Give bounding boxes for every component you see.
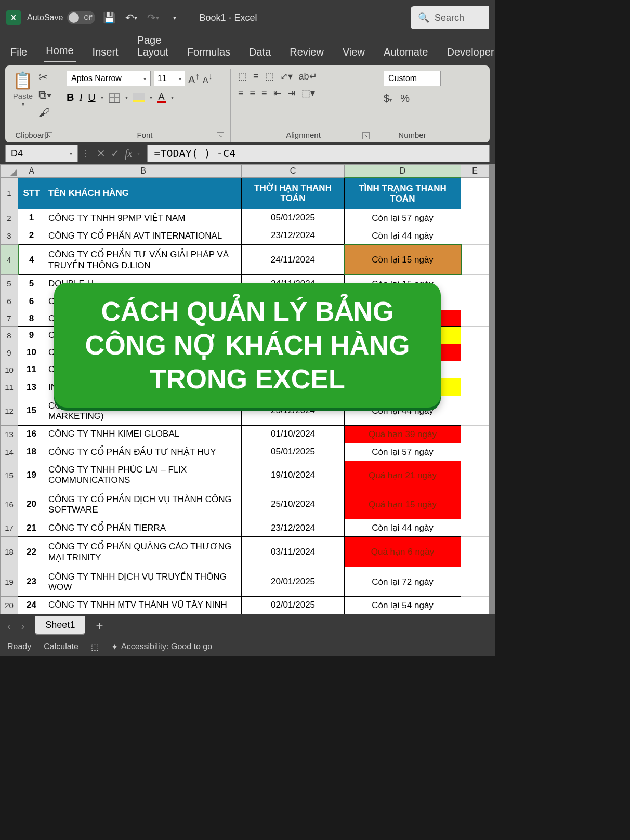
blank-cell[interactable] (461, 310, 489, 327)
cell-name[interactable]: CÔNG TY TNHH MTV THÀNH VŨ TÂY NINH (45, 596, 242, 614)
row-header[interactable]: 19 (1, 567, 18, 597)
cell-due[interactable]: 25/10/2024 (242, 490, 345, 519)
blank-cell[interactable] (461, 227, 489, 245)
row-header[interactable]: 13 (1, 425, 18, 443)
row-header[interactable]: 14 (1, 443, 18, 461)
blank-cell[interactable] (461, 461, 489, 490)
alignment-launcher-icon[interactable]: ↘ (362, 132, 370, 139)
cell-due[interactable]: 03/11/2024 (242, 537, 345, 567)
tab-formulas[interactable]: Formulas (185, 41, 232, 62)
cell-due[interactable]: 19/10/2024 (242, 461, 345, 490)
tab-automate[interactable]: Automate (382, 41, 430, 62)
blank-cell[interactable] (461, 396, 489, 426)
cut-icon[interactable]: ✂ (38, 71, 51, 84)
cell-stt[interactable]: 5 (18, 275, 45, 293)
row-header[interactable]: 1 (1, 178, 18, 209)
tab-data[interactable]: Data (247, 41, 273, 62)
font-color-button[interactable]: A (158, 92, 166, 103)
table-header-status[interactable]: TÌNH TRẠNG THANH TOÁN (345, 178, 461, 209)
select-all-corner[interactable] (1, 165, 18, 178)
wrap-text-icon[interactable]: ab↵ (299, 71, 317, 82)
cell-stt[interactable]: 2 (18, 227, 45, 245)
accounting-format-icon[interactable]: $▾ (384, 93, 392, 104)
cell-name[interactable]: CÔNG TY TNHH PHÚC LAI – FLIX COMMUNICATI… (45, 461, 242, 490)
tab-page-layout[interactable]: Page Layout (135, 29, 170, 62)
cell-stt[interactable]: 21 (18, 519, 45, 537)
align-center-icon[interactable]: ≡ (250, 88, 256, 99)
cell-due[interactable]: 05/01/2025 (242, 443, 345, 461)
cell-status[interactable]: Còn lại 44 ngày (345, 519, 461, 537)
row-header[interactable]: 16 (1, 490, 18, 519)
copy-icon[interactable]: ⧉▾ (38, 88, 51, 102)
cell-stt[interactable]: 24 (18, 596, 45, 614)
row-header[interactable]: 5 (1, 275, 18, 293)
name-box[interactable]: D4▾ (5, 145, 78, 162)
merge-center-icon[interactable]: ⬚▾ (301, 87, 315, 99)
cell-stt[interactable]: 10 (18, 344, 45, 361)
font-launcher-icon[interactable]: ↘ (217, 132, 224, 139)
cell-stt[interactable]: 9 (18, 327, 45, 344)
cell-status[interactable]: Còn lại 57 ngày (345, 443, 461, 461)
increase-font-icon[interactable]: A↑ (188, 71, 200, 86)
cell-name[interactable]: CÔNG TY TNHH DỊCH VỤ TRUYỀN THÔNG WOW (45, 567, 242, 597)
accept-formula-icon[interactable]: ✓ (111, 147, 120, 160)
cell-name[interactable]: CÔNG TY TNHH 9PMP VIỆT NAM (45, 209, 242, 227)
cell-stt[interactable]: 22 (18, 537, 45, 567)
align-middle-icon[interactable]: ≡ (253, 71, 259, 82)
cell-status[interactable]: Quá hạn 15 ngày (345, 490, 461, 519)
increase-indent-icon[interactable]: ⇥ (287, 87, 295, 99)
cell-stt[interactable]: 20 (18, 490, 45, 519)
undo-icon[interactable]: ↶▾ (123, 10, 139, 25)
blank-cell[interactable] (461, 443, 489, 461)
paste-button[interactable]: 📋 Paste ▾ (12, 71, 33, 107)
autosave-toggle[interactable]: Off (67, 11, 95, 24)
cell-stt[interactable]: 15 (18, 396, 45, 426)
cell-status[interactable]: Còn lại 15 ngày (345, 245, 461, 275)
table-header-stt[interactable]: STT (18, 178, 45, 209)
row-header[interactable]: 9 (1, 344, 18, 361)
row-header[interactable]: 4 (1, 245, 18, 275)
tab-review[interactable]: Review (287, 41, 326, 62)
blank-cell[interactable] (461, 519, 489, 537)
cell-name[interactable]: CÔNG TY TNHH KIMEI GLOBAL (45, 425, 242, 443)
row-header[interactable]: 10 (1, 361, 18, 378)
blank-cell[interactable] (461, 490, 489, 519)
bold-button[interactable]: B (67, 91, 74, 103)
blank-cell[interactable] (461, 344, 489, 361)
sheet-tab-active[interactable]: Sheet1 (35, 616, 85, 635)
cell-due[interactable]: 23/12/2024 (242, 519, 345, 537)
row-header[interactable]: 20 (1, 596, 18, 614)
italic-button[interactable]: I (79, 91, 83, 103)
blank-cell[interactable] (461, 293, 489, 310)
row-header[interactable]: 18 (1, 537, 18, 567)
cell-due[interactable]: 23/12/2024 (242, 227, 345, 245)
cell-stt[interactable]: 6 (18, 293, 45, 310)
cell-stt[interactable]: 16 (18, 425, 45, 443)
cell-stt[interactable]: 4 (18, 245, 45, 275)
fill-color-button[interactable] (133, 93, 145, 102)
clipboard-launcher-icon[interactable]: ↘ (45, 132, 52, 139)
cell-due[interactable]: 02/01/2025 (242, 596, 345, 614)
cell-name[interactable]: CÔNG TY CỔ PHẦN QUẢNG CÁO THƯƠNG MẠI TRI… (45, 537, 242, 567)
row-header[interactable]: 17 (1, 519, 18, 537)
borders-button[interactable] (109, 93, 120, 103)
add-sheet-icon[interactable]: + (96, 619, 103, 633)
orientation-icon[interactable]: ⤢▾ (280, 71, 293, 82)
cell-stt[interactable]: 8 (18, 310, 45, 327)
row-header[interactable]: 12 (1, 396, 18, 426)
cell-status[interactable]: Còn lại 54 ngày (345, 596, 461, 614)
table-header-name[interactable]: TÊN KHÁCH HÀNG (45, 178, 242, 209)
font-size-select[interactable]: 11▾ (154, 71, 185, 86)
search-box[interactable]: 🔍 Search (411, 6, 489, 29)
cell-due[interactable]: 05/01/2025 (242, 209, 345, 227)
table-header-due[interactable]: THỜI HẠN THANH TOÁN (242, 178, 345, 209)
row-header[interactable]: 6 (1, 293, 18, 310)
sheet-nav-prev-icon[interactable]: ‹ (7, 620, 11, 632)
font-name-select[interactable]: Aptos Narrow▾ (67, 71, 151, 86)
cell-status[interactable]: Còn lại 44 ngày (345, 227, 461, 245)
align-right-icon[interactable]: ≡ (261, 88, 267, 99)
percent-format-icon[interactable]: % (400, 93, 410, 104)
blank-cell[interactable] (461, 361, 489, 378)
col-header-a[interactable]: A (18, 165, 45, 178)
cell-name[interactable]: CÔNG TY CỔ PHẦN TƯ VẤN GIẢI PHÁP VÀ TRUY… (45, 245, 242, 275)
